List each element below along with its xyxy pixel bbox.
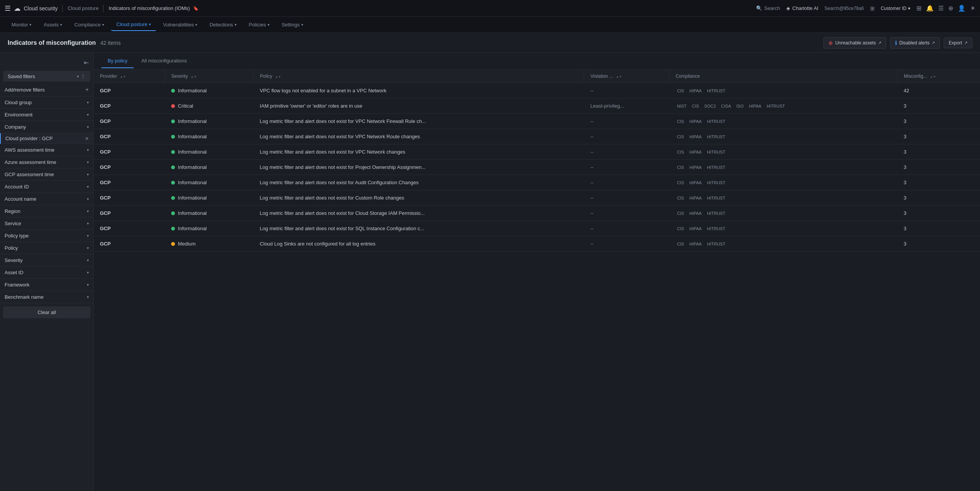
grid-icon[interactable]: ⊞ — [916, 5, 921, 12]
breadcrumb-section[interactable]: Cloud posture — [68, 5, 99, 11]
filter-asset-id[interactable]: Asset ID ▾ — [0, 267, 93, 279]
cell-severity: Informational — [165, 114, 254, 129]
clear-all-button[interactable]: Clear all — [3, 306, 90, 318]
cell-policy[interactable]: Log metric filter and alert does not exi… — [254, 175, 584, 190]
policy-text: Log metric filter and alert does not exi… — [260, 180, 419, 185]
nav-item-settings[interactable]: Settings ▾ — [276, 19, 309, 31]
user-icon[interactable]: 👤 — [958, 5, 965, 12]
cell-policy[interactable]: VPC flow logs not enabled for a subnet i… — [254, 83, 584, 98]
add-remove-filters[interactable]: Add/remove filters + — [0, 83, 93, 97]
table-row[interactable]: GCPMediumCloud Log Sinks are not configu… — [94, 236, 980, 252]
filter-account-id[interactable]: Account ID ▾ — [0, 181, 93, 193]
bookmark-icon[interactable]: 🔖 — [193, 6, 199, 11]
filter-cloud-group[interactable]: Cloud group ▾ — [0, 97, 93, 109]
filter-cloud-group-header: Cloud group ▾ — [5, 100, 89, 105]
filter-policy-type[interactable]: Policy type ▾ — [0, 230, 93, 242]
compliance-tags: CISHIPAAHITRUST — [675, 195, 891, 201]
cell-policy[interactable]: Log metric filter and alert does not exi… — [254, 144, 584, 160]
cell-compliance: CISHIPAAHITRUST — [669, 160, 897, 175]
violation-value: Least-privileg... — [590, 103, 624, 109]
col-severity[interactable]: Severity ▲▼ — [165, 70, 254, 83]
col-provider[interactable]: Provider ▲▼ — [94, 70, 165, 83]
table-row[interactable]: GCPInformationalLog metric filter and al… — [94, 175, 980, 190]
provider-value: GCP — [100, 241, 111, 247]
saved-filters-menu[interactable]: ⋮ — [80, 73, 86, 79]
nav-item-monitor[interactable]: Monitor ▾ — [6, 19, 37, 31]
severity-label: Informational — [178, 118, 207, 124]
cell-policy[interactable]: Log metric filter and alert does not exi… — [254, 221, 584, 236]
saved-filters-chevron[interactable]: ▾ — [77, 74, 79, 79]
cell-policy[interactable]: IAM primitive 'owner' or 'editor' roles … — [254, 98, 584, 114]
filter-environment[interactable]: Environment ▾ — [0, 109, 93, 121]
filter-company-label: Company — [5, 124, 26, 130]
filter-cloud-provider-active[interactable]: Cloud provider : GCP ✕ — [0, 133, 93, 144]
filter-policy[interactable]: Policy ▾ — [0, 242, 93, 254]
filter-benchmark-label: Benchmark name — [5, 294, 44, 300]
export-label: Export — [949, 40, 962, 46]
policy-text: Log metric filter and alert does not exi… — [260, 164, 426, 170]
app-name[interactable]: Cloud security — [24, 5, 58, 11]
filter-region[interactable]: Region ▾ — [0, 205, 93, 218]
cell-policy[interactable]: Log metric filter and alert does not exi… — [254, 129, 584, 144]
customer-id-dropdown[interactable]: Customer ID ▾ — [881, 6, 910, 11]
filter-azure-assessment[interactable]: Azure assessment time ▾ — [0, 156, 93, 169]
nav-item-cloud-posture[interactable]: Cloud posture ▾ — [111, 18, 156, 31]
sidebar-toggle-button[interactable]: ⇤ — [82, 57, 90, 68]
cell-policy[interactable]: Cloud Log Sinks are not configured for a… — [254, 236, 584, 252]
filter-severity[interactable]: Severity ▾ — [0, 254, 93, 267]
help-icon[interactable]: ⊕ — [948, 5, 953, 12]
cell-severity: Medium — [165, 236, 254, 252]
unreachable-assets-button[interactable]: ⊗ Unreachable assets ↗ — [823, 37, 886, 49]
col-misconfig[interactable]: Misconfig... ▲▼ — [897, 70, 980, 83]
filter-aws-assessment[interactable]: AWS assessment time ▾ — [0, 144, 93, 156]
breadcrumb-page[interactable]: Indicators of misconfiguration (IOMs) — [109, 5, 190, 11]
col-violation[interactable]: Violation ... ▲▼ — [584, 70, 669, 83]
compliance-tag: CIS — [675, 134, 685, 139]
table-row[interactable]: GCPInformationalLog metric filter and al… — [94, 221, 980, 236]
nav-item-vulnerabilities[interactable]: Vulnerabilities ▾ — [158, 19, 203, 31]
nav-item-compliance[interactable]: Compliance ▾ — [69, 19, 109, 31]
filter-cloud-provider-close[interactable]: ✕ — [85, 136, 89, 141]
disabled-alerts-button[interactable]: ℹ Disabled alerts ↗ — [890, 37, 940, 49]
misconfigurations-table: Provider ▲▼ Severity ▲▼ Policy ▲▼ Violat… — [94, 70, 980, 252]
theme-icon[interactable]: ☀ — [970, 5, 975, 12]
filter-account-name[interactable]: Account name ▾ — [0, 193, 93, 205]
filter-company[interactable]: Company ▾ — [0, 121, 93, 133]
nav-item-assets[interactable]: Assets ▾ — [38, 19, 67, 31]
provider-value: GCP — [100, 195, 111, 201]
table-row[interactable]: GCPInformationalVPC flow logs not enable… — [94, 83, 980, 98]
nav-item-detections[interactable]: Detections ▾ — [204, 19, 242, 31]
cell-policy[interactable]: Log metric filter and alert does not exi… — [254, 206, 584, 221]
tab-all-misconfigurations[interactable]: All misconfigurations — [135, 54, 193, 68]
table-row[interactable]: GCPInformationalLog metric filter and al… — [94, 114, 980, 129]
filter-account-id-chevron: ▾ — [87, 185, 89, 189]
misconfig-sort: ▲▼ — [930, 75, 936, 79]
filter-service[interactable]: Service ▾ — [0, 218, 93, 230]
cell-policy[interactable]: Log metric filter and alert does not exi… — [254, 160, 584, 175]
col-policy[interactable]: Policy ▲▼ — [254, 70, 584, 83]
filter-policy-type-header: Policy type ▾ — [5, 233, 89, 239]
nav-item-policies[interactable]: Policies ▾ — [243, 19, 275, 31]
saved-filters-row[interactable]: Saved filters ▾ ⋮ — [3, 71, 90, 82]
table-row[interactable]: GCPInformationalLog metric filter and al… — [94, 206, 980, 221]
table-row[interactable]: GCPInformationalLog metric filter and al… — [94, 129, 980, 144]
filter-benchmark-name[interactable]: Benchmark name ▾ — [0, 291, 93, 303]
policy-text: IAM primitive 'owner' or 'editor' roles … — [260, 103, 363, 109]
table-row[interactable]: GCPInformationalLog metric filter and al… — [94, 190, 980, 206]
cell-policy[interactable]: Log metric filter and alert does not exi… — [254, 190, 584, 206]
search-id: Search@95ce78a6 — [825, 6, 864, 11]
policy-text: Log metric filter and alert does not exi… — [260, 226, 424, 231]
filter-framework[interactable]: Framework ▾ — [0, 279, 93, 291]
table-row[interactable]: GCPInformationalLog metric filter and al… — [94, 144, 980, 160]
col-compliance[interactable]: Compliance — [669, 70, 897, 83]
table-row[interactable]: GCPCriticalIAM primitive 'owner' or 'edi… — [94, 98, 980, 114]
search-button[interactable]: 🔍 Search — [756, 5, 780, 11]
charlotte-ai-button[interactable]: ◈ Charlotte AI — [786, 5, 818, 11]
bell-icon[interactable]: 🔔 — [926, 5, 934, 12]
filter-gcp-assessment[interactable]: GCP assessment time ▾ — [0, 169, 93, 181]
list-icon[interactable]: ☰ — [938, 5, 944, 12]
cell-policy[interactable]: Log metric filter and alert does not exi… — [254, 114, 584, 129]
table-row[interactable]: GCPInformationalLog metric filter and al… — [94, 160, 980, 175]
export-button[interactable]: Export ↗ — [944, 38, 972, 48]
tab-by-policy[interactable]: By policy — [101, 54, 134, 68]
